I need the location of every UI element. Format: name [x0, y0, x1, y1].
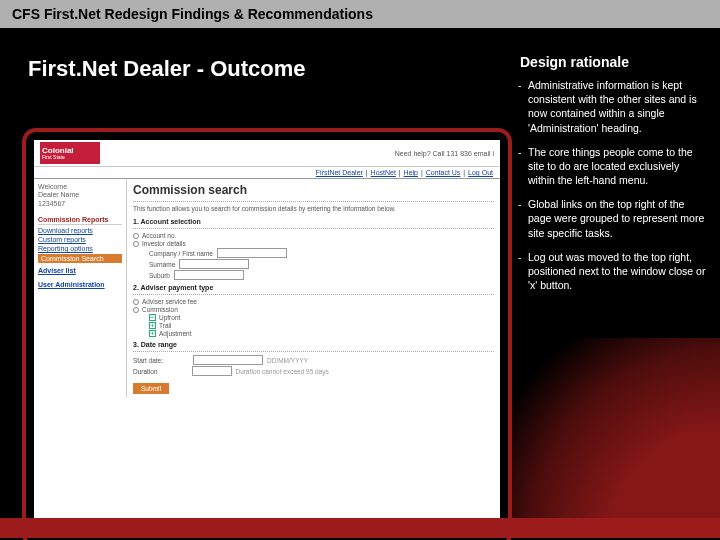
form-row: Commission — [133, 306, 494, 313]
sidebar-user-admin[interactable]: User Administration — [38, 281, 122, 288]
label-adjustment: Adjustment — [159, 330, 192, 337]
main-title: First.Net Dealer - Outcome — [28, 56, 306, 82]
form-row: DurationDuration cannot exceed 95 days — [133, 366, 494, 376]
label-trail: Trail — [159, 322, 171, 329]
welcome-label: Welcome — [38, 183, 122, 191]
rationale-point: Log out was moved to the top right, posi… — [516, 250, 706, 293]
form-row: Investor details — [133, 240, 494, 247]
slide-header: CFS First.Net Redesign Findings & Recomm… — [0, 0, 720, 28]
slide-body: First.Net Dealer - Outcome Colonial Firs… — [0, 28, 720, 538]
nav-hostnet[interactable]: HostNet — [371, 169, 396, 176]
mock-screenshot: Colonial First State Need help? Call 131… — [34, 140, 500, 536]
rationale-panel: Design rationale Administrative informat… — [516, 50, 706, 306]
welcome-block: Welcome Dealer Name 1234567 — [38, 183, 122, 208]
rationale-point: The core things people come to the site … — [516, 145, 706, 188]
nav-help[interactable]: Help — [404, 169, 418, 176]
step1-title: 1. Account selection — [133, 218, 494, 225]
form-row: Start date:DD/MM/YYYY — [133, 355, 494, 365]
nav-dealer[interactable]: FirstNet Dealer — [316, 169, 363, 176]
mock-sidebar: Welcome Dealer Name 1234567 Commission R… — [34, 179, 126, 398]
checkbox-icon[interactable] — [149, 322, 156, 329]
content-desc: This function allows you to search for c… — [133, 205, 494, 212]
label-upfront: Upfront — [159, 314, 180, 321]
rationale-title: Design rationale — [516, 54, 706, 70]
form-row: Adjustment — [149, 330, 494, 337]
nav-logout[interactable]: Log Out — [468, 169, 493, 176]
form-row: Trail — [149, 322, 494, 329]
mock-main: Commission search This function allows y… — [126, 179, 500, 398]
sidebar-section-reports: Commission Reports — [38, 216, 122, 225]
label-investor: Investor details — [142, 240, 186, 247]
slide-header-title: CFS First.Net Redesign Findings & Recomm… — [12, 6, 373, 22]
footer-band — [0, 518, 720, 538]
label-company: Company / First name — [149, 250, 213, 257]
text-input[interactable] — [174, 270, 244, 280]
rationale-point: Global links on the top right of the pag… — [516, 197, 706, 240]
duration-input[interactable] — [192, 366, 232, 376]
label-startdate: Start date: — [133, 357, 163, 364]
checkbox-icon[interactable] — [149, 330, 156, 337]
label-commission: Commission — [142, 306, 178, 313]
welcome-id: 1234567 — [38, 200, 122, 208]
form-row: Account no. — [133, 232, 494, 239]
radio-icon[interactable] — [133, 233, 139, 239]
text-input[interactable] — [179, 259, 249, 269]
screenshot-frame: Colonial First State Need help? Call 131… — [22, 128, 512, 540]
radio-icon[interactable] — [133, 307, 139, 313]
label-duration: Duration — [133, 368, 158, 375]
submit-button[interactable]: Submit — [133, 383, 169, 394]
duration-note: Duration cannot exceed 95 days — [236, 368, 329, 375]
step3-title: 3. Date range — [133, 341, 494, 348]
step2-title: 2. Adviser payment type — [133, 284, 494, 291]
date-placeholder: DD/MM/YYYY — [267, 357, 308, 364]
form-row: Surname — [149, 259, 494, 269]
help-text: Need help? Call 131 836 email i — [395, 150, 494, 157]
checkbox-icon[interactable] — [149, 314, 156, 321]
sidebar-item[interactable]: Custom reports — [38, 236, 122, 243]
sidebar-adviser-list[interactable]: Adviser list — [38, 267, 122, 274]
radio-icon[interactable] — [133, 241, 139, 247]
form-row: Upfront — [149, 314, 494, 321]
rationale-point: Administrative information is kept consi… — [516, 78, 706, 135]
sidebar-item[interactable]: Download reports — [38, 227, 122, 234]
form-row: Company / First name — [149, 248, 494, 258]
form-row: Suburb — [149, 270, 494, 280]
sidebar-item[interactable]: Reporting options — [38, 245, 122, 252]
label-acctno: Account no. — [142, 232, 176, 239]
label-suburb: Suburb — [149, 272, 170, 279]
sidebar-item-active[interactable]: Commission Search — [38, 254, 122, 263]
mock-body: Welcome Dealer Name 1234567 Commission R… — [34, 179, 500, 398]
decorative-curve — [480, 338, 720, 538]
date-input[interactable] — [193, 355, 263, 365]
radio-icon[interactable] — [133, 299, 139, 305]
label-servicefee: Adviser service fee — [142, 298, 197, 305]
content-heading: Commission search — [133, 183, 494, 197]
form-row: Adviser service fee — [133, 298, 494, 305]
mock-nav: FirstNet Dealer | HostNet | Help | Conta… — [34, 167, 500, 179]
rationale-list: Administrative information is kept consi… — [516, 78, 706, 292]
nav-contact[interactable]: Contact Us — [426, 169, 461, 176]
logo-sub: First State — [42, 155, 98, 160]
mock-topbar: Colonial First State Need help? Call 131… — [34, 140, 500, 167]
text-input[interactable] — [217, 248, 287, 258]
mock-logo: Colonial First State — [40, 142, 100, 164]
welcome-name: Dealer Name — [38, 191, 122, 199]
label-surname: Surname — [149, 261, 175, 268]
